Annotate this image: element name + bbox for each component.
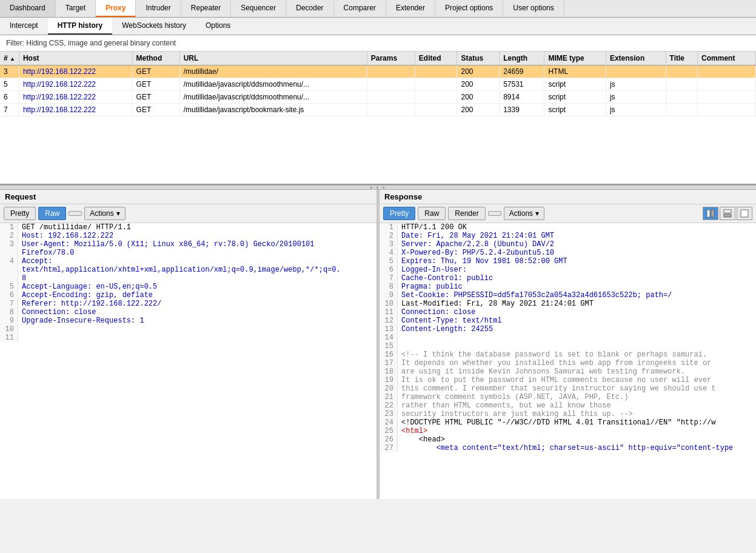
table-cell-3-5	[415, 104, 457, 116]
col-header-host[interactable]: Host	[19, 52, 132, 65]
response-line: 12Content-Type: text/html	[380, 317, 756, 325]
request-code-area[interactable]: 1GET /mutillidae/ HTTP/1.12Host: 192.168…	[0, 223, 376, 499]
nav-item-proxy[interactable]: Proxy	[96, 0, 136, 17]
response-line: 8Pragma: public	[380, 283, 756, 291]
response-pretty-btn[interactable]: Pretty	[383, 207, 415, 220]
response-raw-btn[interactable]: Raw	[418, 207, 446, 220]
request-pretty-btn[interactable]: Pretty	[4, 207, 36, 220]
line-number: 13	[380, 325, 398, 333]
col-header-ext[interactable]: Extension	[606, 52, 666, 65]
request-line: 2Host: 192.168.122.222	[0, 232, 376, 240]
nav-item-target[interactable]: Target	[56, 0, 96, 17]
response-line: 19It is ok to put the password in HTML c…	[380, 376, 756, 384]
response-line: 16<!-- I think the database password is …	[380, 350, 756, 359]
line-number: 16	[380, 350, 398, 359]
response-code-area[interactable]: 1HTTP/1.1 200 OK2Date: Fri, 28 May 2021 …	[380, 223, 756, 499]
line-content: Cache-Control: public	[398, 274, 756, 283]
line-content: text/html,application/xhtml+xml,applicat…	[18, 266, 376, 274]
nav-item-intruder[interactable]: Intruder	[136, 0, 181, 17]
line-number: 5	[380, 257, 398, 266]
tab-options[interactable]: Options	[196, 18, 240, 35]
table-row[interactable]: 6http://192.168.122.222GET/mutillidae/ja…	[0, 91, 756, 104]
response-actions-btn[interactable]: Actions ▾	[504, 207, 544, 220]
response-line: 7Cache-Control: public	[380, 274, 756, 283]
line-number: 5	[0, 283, 18, 291]
request-newline-btn[interactable]	[69, 211, 82, 216]
table-cell-0-5	[415, 65, 457, 78]
view-split-h-btn[interactable]	[720, 207, 735, 220]
request-line: text/html,application/xhtml+xml,applicat…	[0, 266, 376, 274]
response-render-btn[interactable]: Render	[448, 207, 485, 220]
col-header-id[interactable]: #	[0, 52, 19, 65]
response-line: 15	[380, 342, 756, 350]
table-row[interactable]: 7http://192.168.122.222GET/mutillidae/ja…	[0, 104, 756, 116]
request-raw-btn[interactable]: Raw	[38, 207, 66, 220]
col-header-title[interactable]: Title	[666, 52, 698, 65]
nav-item-repeater[interactable]: Repeater	[181, 0, 231, 17]
col-header-status[interactable]: Status	[457, 52, 500, 65]
table-cell-0-6: 200	[457, 65, 500, 78]
nav-item-decoder[interactable]: Decoder	[286, 0, 333, 17]
nav-item-dashboard[interactable]: Dashboard	[0, 0, 56, 17]
tab-http-history[interactable]: HTTP history	[48, 18, 112, 35]
nav-item-comparer[interactable]: Comparer	[334, 0, 386, 17]
bottom-panels: Request Pretty Raw Actions ▾ 1GET /mutil…	[0, 190, 756, 499]
table-cell-3-3: /mutillidae/javascript/bookmark-site.js	[179, 104, 367, 116]
col-header-mime[interactable]: MIME type	[544, 52, 606, 65]
line-number: 27	[380, 444, 398, 452]
response-line: 13Content-Length: 24255	[380, 325, 756, 333]
table-cell-2-1: http://192.168.122.222	[19, 91, 132, 104]
nav-item-user-options[interactable]: User options	[503, 0, 564, 17]
resize-handle[interactable]: • • •	[0, 185, 756, 190]
col-header-comment[interactable]: Comment	[698, 52, 756, 65]
tab-intercept[interactable]: Intercept	[0, 18, 48, 35]
line-number: 1	[0, 223, 18, 232]
line-content: this comment. I remember that security i…	[398, 384, 756, 393]
request-line: 9Upgrade-Insecure-Requests: 1	[0, 317, 376, 325]
tab-websockets-history[interactable]: WebSockets history	[112, 18, 196, 35]
line-number: 3	[380, 240, 398, 249]
view-maximize-btn[interactable]	[737, 207, 752, 220]
table-cell-2-6: 200	[457, 91, 500, 104]
filter-text: Filter: Hiding CSS, image and general bi…	[6, 39, 176, 47]
nav-item-extender[interactable]: Extender	[386, 0, 435, 17]
line-number: 2	[380, 232, 398, 240]
col-header-length[interactable]: Length	[500, 52, 544, 65]
response-line: 11Connection: close	[380, 308, 756, 317]
response-line: 17It depends on whether you installed th…	[380, 359, 756, 367]
line-number: 9	[0, 317, 18, 325]
col-header-method[interactable]: Method	[132, 52, 179, 65]
request-line: Firefox/78.0	[0, 249, 376, 257]
line-content: Connection: close	[398, 308, 756, 317]
nav-item-sequencer[interactable]: Sequencer	[231, 0, 286, 17]
response-title: Response	[384, 192, 422, 201]
line-content: framework comment symbols (ASP.NET, JAVA…	[398, 393, 756, 401]
line-number	[0, 266, 18, 274]
request-line: 11	[0, 333, 376, 342]
table-row[interactable]: 5http://192.168.122.222GET/mutillidae/ja…	[0, 78, 756, 91]
table-cell-3-7: 1339	[500, 104, 544, 116]
table-cell-2-9: js	[606, 91, 666, 104]
filter-bar[interactable]: Filter: Hiding CSS, image and general bi…	[0, 35, 756, 52]
line-number: 17	[380, 359, 398, 367]
response-newline-btn[interactable]	[488, 211, 501, 216]
table-row[interactable]: 3http://192.168.122.222GET/mutillidae/20…	[0, 65, 756, 78]
request-actions-chevron-icon: ▾	[116, 209, 120, 218]
response-line: 1HTTP/1.1 200 OK	[380, 223, 756, 232]
response-line: 2Date: Fri, 28 May 2021 21:24:01 GMT	[380, 232, 756, 240]
line-number: 15	[380, 342, 398, 350]
request-actions-btn[interactable]: Actions ▾	[84, 207, 125, 220]
nav-item-project-options[interactable]: Project options	[435, 0, 503, 17]
table-cell-2-4	[367, 91, 415, 104]
col-header-url[interactable]: URL	[179, 52, 367, 65]
line-number: 6	[0, 291, 18, 300]
col-header-edited[interactable]: Edited	[415, 52, 457, 65]
response-actions-chevron-icon: ▾	[535, 209, 539, 218]
request-line: 4Accept:	[0, 257, 376, 266]
line-content: Upgrade-Insecure-Requests: 1	[18, 317, 376, 325]
view-split-v-btn[interactable]	[703, 207, 718, 220]
col-header-params[interactable]: Params	[367, 52, 415, 65]
table-cell-0-2: GET	[132, 65, 179, 78]
second-nav: Intercept HTTP history WebSockets histor…	[0, 18, 756, 35]
table-cell-2-8: script	[544, 91, 606, 104]
